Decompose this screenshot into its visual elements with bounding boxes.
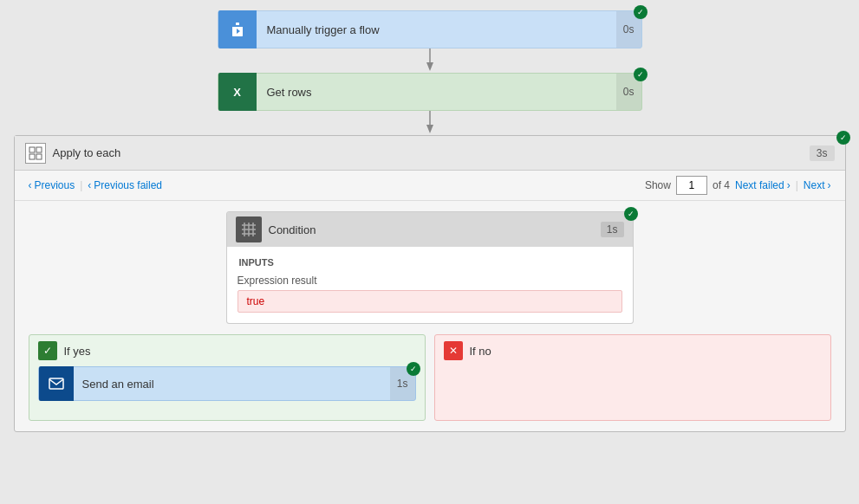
send-email-step[interactable]: Send an email 1s [38,366,416,401]
of-total: of 4 [713,179,730,191]
send-email-badge [407,362,420,376]
previous-button[interactable]: ‹ Previous [29,179,75,191]
check-icon4 [628,210,634,218]
if-no-label: If no [470,345,491,358]
apply-each-time: 3s [810,145,835,161]
send-email-label: Send an email [74,378,390,391]
getrows-label: Get rows [257,86,616,99]
expression-value: true [238,290,622,313]
getrows-icon: X [218,73,257,111]
next-button[interactable]: Next › [804,179,831,191]
excel-icon: X [233,86,241,99]
condition-body: INPUTS Expression result true [227,247,633,323]
conditions-row: If yes Send an email 1s [29,334,831,421]
svg-rect-7 [36,154,42,159]
check-icon2 [637,70,644,79]
inputs-label: INPUTS [238,257,622,268]
x-icon [449,345,458,357]
svg-rect-5 [36,147,42,152]
chevron-right-icon: › [787,179,791,191]
show-label: Show [645,179,671,191]
apply-each-title: Apply to each [53,146,121,159]
condition-block[interactable]: Condition 1s INPUTS Expression result tr… [226,211,634,324]
chevron-left-icon: ‹ [29,179,32,191]
trigger-step[interactable]: Manually trigger a flow 0s [218,10,642,48]
if-yes-label: If yes [64,345,91,358]
next-failed-button[interactable]: Next failed › [735,179,791,191]
apply-each-badge [836,131,850,145]
svg-marker-3 [426,125,433,133]
getrows-step[interactable]: X Get rows 0s [218,73,642,111]
check-icon6 [410,365,417,373]
condition-success-badge [624,207,638,221]
svg-rect-6 [29,154,35,159]
page-input[interactable] [676,176,707,195]
if-yes-icon [38,341,57,360]
apply-each-header[interactable]: Apply to each 3s [15,136,845,171]
condition-icon [236,216,262,242]
apply-each-container: Apply to each 3s ‹ Previous | ‹ Previous… [14,135,846,432]
if-yes-header: If yes [29,335,425,366]
check-icon3 [840,133,847,142]
check-icon5 [43,345,52,357]
arrow-2 [423,111,437,135]
trigger-success-badge [634,5,648,19]
chevron-left-icon2: ‹ [88,179,91,191]
condition-header: Condition 1s [227,212,633,247]
apply-each-icon [25,143,46,164]
trigger-icon [218,10,257,48]
previous-failed-button[interactable]: ‹ Previous failed [88,179,162,191]
getrows-success-badge [634,68,648,81]
send-email-icon [39,366,74,401]
expression-label: Expression result [238,275,622,287]
if-no-icon [444,341,463,360]
if-no-block: If no [434,334,831,421]
if-no-header: If no [435,335,830,366]
condition-title: Condition [269,223,601,236]
flow-steps: Manually trigger a flow 0s X Get rows 0s [10,10,849,432]
check-icon [637,8,644,16]
trigger-label: Manually trigger a flow [257,23,616,36]
arrow-1 [423,48,437,73]
navigation-bar: ‹ Previous | ‹ Previous failed Show of 4… [15,171,845,201]
canvas: Manually trigger a flow 0s X Get rows 0s [0,0,859,504]
chevron-right-icon2: › [828,179,831,191]
svg-rect-4 [29,147,35,152]
svg-rect-14 [49,378,63,389]
condition-time: 1s [601,222,624,237]
if-yes-block: If yes Send an email 1s [29,334,426,421]
apply-inner: Condition 1s INPUTS Expression result tr… [15,201,845,431]
svg-marker-1 [426,62,433,71]
